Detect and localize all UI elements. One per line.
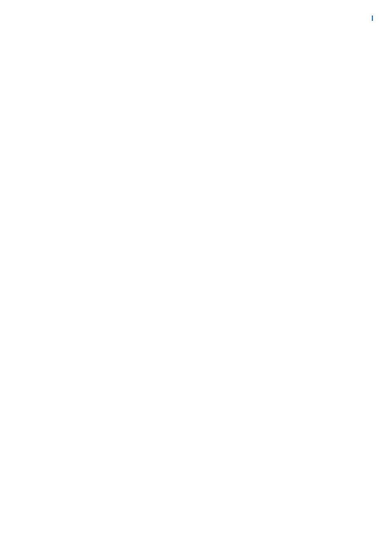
doc-footer: Requisitos técnicos Portal de Fornecedor… [45,0,372,540]
